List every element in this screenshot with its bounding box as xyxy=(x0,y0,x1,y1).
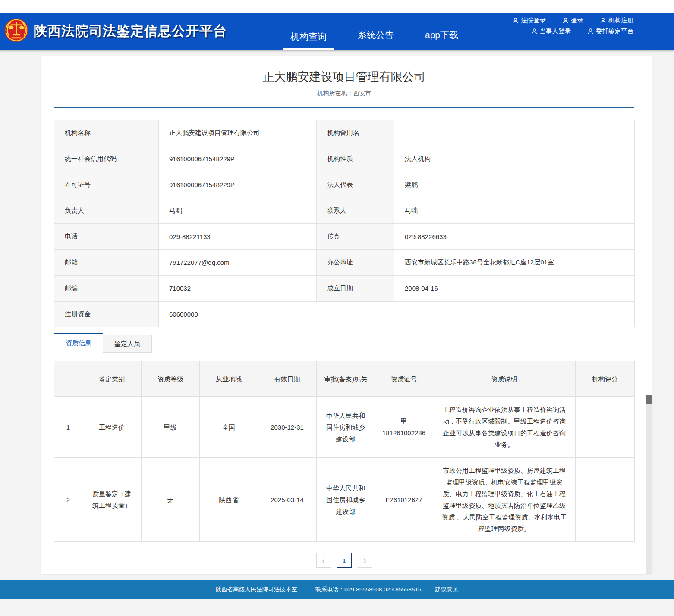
info-value: 60600000 xyxy=(159,302,635,327)
info-value: 2008-04-16 xyxy=(394,276,635,302)
main-nav: 机构查询 系统公告 app下载 xyxy=(283,13,482,50)
table-scrollbar[interactable] xyxy=(646,395,652,574)
info-value: 91610000671548229P xyxy=(159,172,317,198)
cell-valid-date: 2025-03-14 xyxy=(258,458,317,542)
info-value xyxy=(394,120,635,146)
cell-level: 无 xyxy=(142,458,200,542)
info-label: 统一社会信用代码 xyxy=(54,146,159,172)
cell-description: 工程造价咨询企业依法从事工程造价咨询活动，不受行政区域限制。甲级工程造价咨询企业… xyxy=(433,397,576,458)
info-value: 马咄 xyxy=(394,198,635,224)
user-icon xyxy=(600,17,606,24)
info-value: 正大鹏安建设项目管理有限公司 xyxy=(159,120,317,146)
org-detail-card: 正大鹏安建设项目管理有限公司 机构所在地：西安市 机构名称 正大鹏安建设项目管理… xyxy=(41,56,652,574)
tab-appraisers[interactable]: 鉴定人员 xyxy=(103,335,152,353)
info-label: 电话 xyxy=(54,224,159,250)
nav-item-announcements[interactable]: 系统公告 xyxy=(350,13,402,50)
info-value: 710032 xyxy=(159,276,317,302)
col-header-authority: 审批(备案)机关 xyxy=(317,361,375,397)
col-header-score: 机构评分 xyxy=(576,361,635,397)
info-label: 联系人 xyxy=(317,198,394,224)
cell-level: 甲级 xyxy=(142,397,200,458)
chevron-right-icon: › xyxy=(363,556,366,565)
info-label: 许可证号 xyxy=(54,172,159,198)
footer-feedback-link[interactable]: 建议意见 xyxy=(435,586,458,594)
cell-score xyxy=(576,458,635,542)
cell-authority: 中华人民共和国住房和城乡建设部 xyxy=(317,397,375,458)
browser-top-strip xyxy=(0,0,674,13)
info-label: 邮编 xyxy=(54,276,159,302)
info-value: 91610000671548229P xyxy=(159,146,317,172)
info-label: 传真 xyxy=(317,224,394,250)
user-icon xyxy=(512,17,519,24)
prev-page-button[interactable]: ‹ xyxy=(316,553,331,568)
entrust-platform-link[interactable]: 委托鉴定平台 xyxy=(587,27,633,35)
scrollbar-thumb[interactable] xyxy=(646,395,652,404)
page-title: 正大鹏安建设项目管理有限公司 xyxy=(54,68,634,85)
account-links-row-1: 法院登录 登录 机构注册 xyxy=(512,16,633,25)
court-login-label: 法院登录 xyxy=(521,16,546,25)
org-location: 机构所在地：西安市 xyxy=(54,90,634,97)
cell-cert-no: E261012627 xyxy=(375,458,433,542)
info-label: 负责人 xyxy=(54,198,159,224)
info-label: 办公地址 xyxy=(317,250,394,276)
cell-score xyxy=(576,397,635,458)
org-info-table: 机构名称 正大鹏安建设项目管理有限公司 机构曾用名 统一社会信用代码 91610… xyxy=(54,120,635,327)
brand: 陕西法院司法鉴定信息公开平台 xyxy=(3,17,227,45)
nav-item-app-download[interactable]: app下载 xyxy=(417,13,466,50)
court-login-link[interactable]: 法院登录 xyxy=(512,16,546,25)
cell-valid-date: 2030-12-31 xyxy=(258,397,317,458)
pagination: ‹ 1 › xyxy=(54,553,634,568)
cell-index: 2 xyxy=(54,458,82,542)
info-label: 成立日期 xyxy=(317,276,394,302)
cell-region: 陕西省 xyxy=(200,458,258,542)
cell-authority: 中华人民共和国住房和城乡建设部 xyxy=(317,458,375,542)
col-header-region: 从业地域 xyxy=(200,361,258,397)
info-label: 注册资金 xyxy=(54,302,159,327)
table-row: 2 质量鉴定（建筑工程质量） 无 陕西省 2025-03-14 中华人民共和国住… xyxy=(54,458,635,542)
user-icon xyxy=(562,17,569,24)
tab-qualification-info[interactable]: 资质信息 xyxy=(54,333,103,353)
site-footer: 陕西省高级人民法院司法技术室 联系电话：029-85558508,029-855… xyxy=(0,580,674,599)
table-row: 1 工程造价 甲级 全国 2030-12-31 中华人民共和国住房和城乡建设部 … xyxy=(54,397,635,458)
col-header-description: 资质说明 xyxy=(433,361,576,397)
cell-description: 市政公用工程监理甲级资质、房屋建筑工程监理甲级资质、机电安装工程监理甲级资质、电… xyxy=(433,458,576,542)
table-row: 电话 029-88221133 传真 029-88226633 xyxy=(54,224,635,250)
table-row: 邮箱 791722077@qq.com 办公地址 西安市新城区长乐中路38号金花… xyxy=(54,250,635,276)
party-login-label: 当事人登录 xyxy=(540,27,571,35)
next-page-button[interactable]: › xyxy=(358,553,372,568)
org-register-label: 机构注册 xyxy=(608,16,633,25)
org-register-link[interactable]: 机构注册 xyxy=(600,16,633,25)
app-header: 陕西法院司法鉴定信息公开平台 机构查询 系统公告 app下载 法院登录 登录 机… xyxy=(0,13,674,50)
cell-index: 1 xyxy=(54,397,82,458)
info-value: 西安市新城区长乐中路38号金花新都汇C座12层01室 xyxy=(394,250,635,276)
title-divider xyxy=(54,107,634,108)
col-header-valid-date: 有效日期 xyxy=(258,361,317,397)
user-icon xyxy=(531,28,538,35)
info-label: 机构曾用名 xyxy=(317,120,394,146)
entrust-platform-label: 委托鉴定平台 xyxy=(596,27,633,35)
info-value: 马咄 xyxy=(159,198,317,224)
user-icon xyxy=(587,28,594,35)
site-title: 陕西法院司法鉴定信息公开平台 xyxy=(34,22,227,40)
table-header-row: 鉴定类别 资质等级 从业地域 有效日期 审批(备案)机关 资质证号 资质说明 机… xyxy=(54,361,635,397)
cell-region: 全国 xyxy=(200,397,258,458)
nav-item-org-search[interactable]: 机构查询 xyxy=(283,13,334,50)
party-login-link[interactable]: 当事人登录 xyxy=(531,27,571,35)
table-row: 负责人 马咄 联系人 马咄 xyxy=(54,198,635,224)
table-row: 统一社会信用代码 91610000671548229P 机构性质 法人机构 xyxy=(54,146,635,172)
info-label: 机构名称 xyxy=(54,120,159,146)
info-value: 029-88221133 xyxy=(159,224,317,250)
info-value: 791722077@qq.com xyxy=(159,250,317,276)
cell-cert-no: 甲 181261002286 xyxy=(375,397,433,458)
court-emblem-logo xyxy=(3,17,29,45)
table-row: 许可证号 91610000671548229P 法人代表 梁鹏 xyxy=(54,172,635,198)
login-link[interactable]: 登录 xyxy=(562,16,583,25)
qualification-table: 鉴定类别 资质等级 从业地域 有效日期 审批(备案)机关 资质证号 资质说明 机… xyxy=(54,361,635,542)
table-row: 注册资金 60600000 xyxy=(54,302,635,327)
page-1-button[interactable]: 1 xyxy=(337,553,352,568)
footer-department: 陕西省高级人民法院司法技术室 xyxy=(216,586,297,594)
col-header-index xyxy=(54,361,82,397)
detail-tabs: 资质信息 鉴定人员 xyxy=(54,333,634,353)
cell-category: 工程造价 xyxy=(82,397,142,458)
info-label: 机构性质 xyxy=(317,146,394,172)
